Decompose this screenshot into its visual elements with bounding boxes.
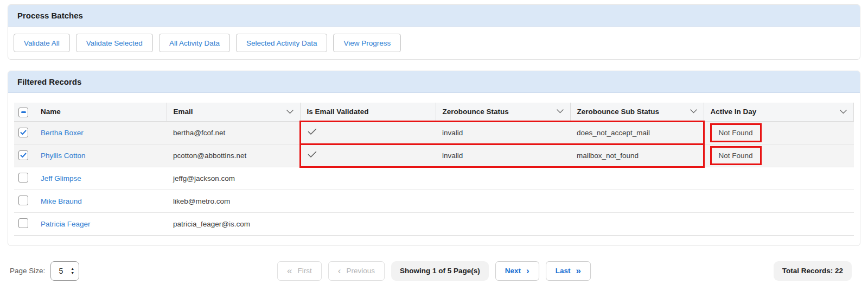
zerobounce-sub-status-cell (570, 167, 704, 190)
table-row: Patricia Feagerpatricia_feager@is.com (14, 212, 854, 235)
email-cell: pcotton@abbottins.net (167, 144, 300, 167)
process-button-view-progress[interactable]: View Progress (333, 34, 401, 52)
column-label: Active In Day (711, 108, 757, 116)
previous-page-button[interactable]: ‹ Previous (328, 261, 385, 281)
zerobounce-sub-status-cell: mailbox_not_found (570, 144, 704, 167)
column-header-is-email-validated[interactable]: Is Email Validated (300, 103, 436, 121)
top-spacer (0, 0, 868, 4)
select-all-checkbox[interactable] (18, 108, 28, 117)
checkmark-icon (20, 153, 27, 158)
previous-page-label: Previous (346, 267, 375, 275)
table-row: Phyllis Cottonpcotton@abbottins.netinval… (14, 144, 854, 167)
chevron-left-icon: ‹ (338, 266, 341, 275)
next-page-button[interactable]: Next › (495, 261, 539, 281)
is-email-validated-cell (300, 190, 436, 212)
process-batches-title: Process Batches (8, 5, 860, 27)
zerobounce-status-cell (436, 212, 570, 235)
email-cell: jeffg@jackson.com (167, 167, 300, 190)
active-in-day-value: Not Found (710, 146, 762, 165)
pagination-controls: « First ‹ Previous Showing 1 of 5 Page(s… (277, 261, 591, 281)
name-cell: Mike Braund (34, 190, 167, 212)
filtered-records-title: Filtered Records (8, 71, 860, 93)
column-header-zerobounce-status[interactable]: Zerobounce Status (436, 103, 570, 121)
page-size-stepper[interactable]: 5 ▲ ▼ (50, 261, 79, 281)
stepper-down-icon[interactable]: ▼ (71, 272, 74, 274)
column-label: Is Email Validated (307, 108, 369, 116)
zerobounce-sub-status-cell (570, 190, 704, 212)
validated-check-icon (308, 128, 317, 135)
select-all-header-cell (14, 103, 34, 121)
chevron-down-icon[interactable] (286, 110, 293, 114)
chevron-down-icon[interactable] (840, 110, 847, 114)
row-checkbox-cell (14, 190, 34, 212)
records-table-body: Bertha Boxerbertha@fcof.netinvaliddoes_n… (14, 121, 854, 235)
total-records-badge: Total Records: 22 (774, 261, 852, 281)
process-button-all-activity-data[interactable]: All Activity Data (159, 34, 230, 52)
zerobounce-sub-status-cell (570, 212, 704, 235)
column-header-email[interactable]: Email (167, 103, 300, 121)
page-size-label: Page Size: (10, 267, 45, 275)
name-cell: Bertha Boxer (34, 121, 167, 144)
column-header-name[interactable]: Name (34, 103, 167, 121)
record-name-link[interactable]: Phyllis Cotton (41, 152, 86, 160)
record-name-link[interactable]: Patricia Feager (41, 220, 91, 228)
process-button-validate-selected[interactable]: Validate Selected (76, 34, 153, 52)
chevron-right-icon: › (526, 266, 529, 275)
active-in-day-cell (704, 190, 854, 212)
validated-check-icon (308, 151, 317, 158)
zerobounce-status-cell: invalid (436, 144, 570, 167)
process-batches-body: Validate AllValidate SelectedAll Activit… (8, 27, 860, 59)
chevron-down-icon[interactable] (690, 109, 697, 114)
indeterminate-mark-icon (21, 111, 26, 113)
showing-pages-status: Showing 1 of 5 Page(s) (391, 261, 489, 281)
next-page-label: Next (505, 267, 521, 275)
zerobounce-status-cell (436, 190, 570, 212)
name-cell: Phyllis Cotton (34, 144, 167, 167)
email-cell: likeb@metro.com (167, 190, 300, 212)
process-button-validate-all[interactable]: Validate All (14, 34, 70, 52)
stepper-arrows: ▲ ▼ (71, 267, 74, 274)
column-label: Zerobounce Sub Status (577, 108, 660, 116)
checkmark-icon (20, 130, 27, 135)
zerobounce-status-cell (436, 167, 570, 190)
filtered-records-panel: Filtered Records Name Em (8, 71, 860, 246)
column-label: Email (174, 108, 193, 116)
name-cell: Patricia Feager (34, 212, 167, 235)
active-in-day-cell (704, 212, 854, 235)
chevron-down-icon[interactable] (557, 109, 564, 114)
row-select-checkbox[interactable] (18, 196, 28, 205)
active-in-day-cell (704, 167, 854, 190)
record-name-link[interactable]: Jeff Glimpse (41, 174, 81, 182)
zerobounce-sub-status-cell: does_not_accept_mail (570, 121, 704, 144)
is-email-validated-cell (300, 144, 436, 167)
row-select-checkbox[interactable] (18, 218, 28, 228)
row-checkbox-cell (14, 144, 34, 167)
table-row: Mike Braundlikeb@metro.com (14, 190, 854, 212)
is-email-validated-cell (300, 121, 436, 144)
column-header-active-in-day[interactable]: Active In Day (704, 103, 854, 121)
page-size-value: 5 (51, 267, 71, 275)
active-in-day-value: Not Found (710, 123, 762, 142)
zerobounce-status-cell: invalid (436, 121, 570, 144)
last-page-label: Last (556, 267, 571, 275)
stepper-up-icon[interactable]: ▲ (71, 267, 74, 270)
process-batches-panel: Process Batches Validate AllValidate Sel… (8, 4, 860, 60)
record-name-link[interactable]: Mike Braund (41, 197, 82, 205)
last-page-button[interactable]: Last » (546, 261, 591, 281)
column-label: Name (41, 108, 61, 116)
email-cell: bertha@fcof.net (167, 121, 300, 144)
row-checkbox-cell (14, 121, 34, 144)
table-row: Jeff Glimpsejeffg@jackson.com (14, 167, 854, 190)
record-name-link[interactable]: Bertha Boxer (41, 129, 84, 137)
records-table: Name Email Is Email Validated Zerobounce… (14, 103, 854, 236)
process-button-selected-activity-data[interactable]: Selected Activity Data (236, 34, 328, 52)
table-row: Bertha Boxerbertha@fcof.netinvaliddoes_n… (14, 121, 854, 144)
column-header-zerobounce-sub-status[interactable]: Zerobounce Sub Status (570, 103, 704, 121)
row-select-checkbox[interactable] (18, 150, 28, 160)
first-page-button[interactable]: « First (277, 261, 322, 281)
row-checkbox-cell (14, 167, 34, 190)
row-select-checkbox[interactable] (18, 128, 28, 137)
is-email-validated-cell (300, 167, 436, 190)
double-chevron-left-icon: « (287, 266, 292, 275)
row-select-checkbox[interactable] (18, 173, 28, 182)
